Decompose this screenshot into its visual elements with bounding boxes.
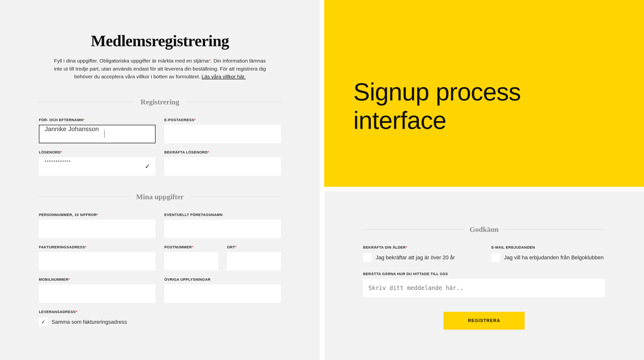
- postal-label: POSTNUMMER*: [164, 245, 218, 249]
- divider-line: [39, 102, 135, 102]
- personnr-label: PERSONNUMMER, 10 SIFFROR*: [39, 213, 156, 217]
- section-title-details: Mina uppgifter: [136, 193, 184, 201]
- approve-panel: Godkänn BEKRÄFTA DIN ÅLDER* Jag bekräfta…: [324, 191, 644, 360]
- mobile-field: MOBILNUMMER*: [39, 277, 156, 303]
- email-offers-label: E-MAIL ERBJUDANDEN: [492, 245, 605, 249]
- billing-label: FAKTURERINGSADRESS*: [39, 245, 156, 249]
- same-as-billing-label: Samma som faktureringsadress: [52, 319, 127, 325]
- email-offers-field: E-MAIL ERBJUDANDEN Jag vill ha erbjudand…: [492, 245, 605, 262]
- password-input[interactable]: ************: [39, 157, 156, 176]
- email-input[interactable]: [164, 125, 281, 143]
- password-field: LÖSENORD* ************ ✓: [39, 150, 156, 176]
- age-field: BEKRÄFTA DIN ÅLDER* Jag bekräftar att ja…: [363, 245, 477, 262]
- city-field: ORT*: [227, 245, 281, 270]
- company-label: EVENTUELLT FÖRETAGSNAMN: [164, 213, 281, 217]
- divider-line: [504, 229, 605, 230]
- divider-line: [39, 197, 130, 197]
- billing-input[interactable]: [39, 252, 156, 270]
- howfound-label: BERÄTTA GÄRNA HUR DU HITTADE TILL OSS: [363, 272, 605, 276]
- section-divider-details: Mina uppgifter: [39, 193, 281, 201]
- postal-input[interactable]: [164, 252, 218, 270]
- name-input[interactable]: Jannike Johansson: [39, 125, 156, 143]
- other-label: ÖVRIGA UPPLYSNINGAR: [164, 277, 281, 281]
- password-label: LÖSENORD*: [39, 150, 156, 154]
- hero-heading: Signup process interface: [353, 78, 615, 135]
- terms-link[interactable]: Läs våra villkor här.: [202, 74, 246, 79]
- postal-field: POSTNUMMER*: [164, 245, 218, 270]
- section-divider-approve: Godkänn: [363, 225, 605, 233]
- delivery-field: LEVERANSADRESS* ✓ Samma som fakturerings…: [39, 310, 156, 326]
- mobile-input[interactable]: [39, 284, 156, 303]
- age-label: BEKRÄFTA DIN ÅLDER*: [363, 245, 477, 249]
- personnr-field: PERSONNUMMER, 10 SIFFROR*: [39, 213, 156, 238]
- name-label: FÖR- OCH EFTERNAMN*: [39, 118, 156, 122]
- email-offers-checkbox-label: Jag vill ha erbjudanden från Belgoklubbe…: [504, 254, 604, 261]
- section-divider-registration: Registrering: [39, 98, 281, 106]
- divider-line: [185, 102, 281, 102]
- section-title-registration: Registrering: [140, 98, 179, 106]
- email-offers-checkbox[interactable]: [492, 253, 500, 262]
- mobile-label: MOBILNUMMER*: [39, 277, 156, 281]
- page-title: Medlemsregistrering: [39, 32, 281, 50]
- age-checkbox[interactable]: [363, 253, 372, 262]
- howfound-textarea[interactable]: [363, 279, 605, 297]
- register-button[interactable]: REGISTRERA: [444, 312, 524, 329]
- required-star-icon: *: [209, 58, 211, 64]
- intro-text: Fyll i dina uppgifter. Obligatoriska upp…: [53, 57, 267, 81]
- confirm-password-field: BEKRÄFTA LÖSENORD*: [164, 150, 281, 176]
- name-field: FÖR- OCH EFTERNAMN* Jannike Johansson: [39, 118, 156, 143]
- personnr-input[interactable]: [39, 220, 156, 238]
- section-title-approve: Godkänn: [470, 225, 499, 233]
- confirm-password-label: BEKRÄFTA LÖSENORD*: [164, 150, 281, 154]
- company-field: EVENTUELLT FÖRETAGSNAMN: [164, 213, 281, 238]
- check-icon: ✓: [145, 162, 150, 170]
- divider-line: [190, 197, 281, 197]
- howfound-field: BERÄTTA GÄRNA HUR DU HITTADE TILL OSS: [363, 272, 605, 297]
- same-as-billing-checkbox[interactable]: ✓: [39, 318, 48, 326]
- city-label: ORT*: [227, 245, 281, 249]
- age-checkbox-label: Jag bekräftar att jag är över 20 år: [376, 254, 455, 261]
- delivery-label: LEVERANSADRESS*: [39, 310, 156, 314]
- hero-panel: Signup process interface: [324, 0, 644, 187]
- intro-part1: Fyll i dina uppgifter. Obligatoriska upp…: [54, 58, 209, 64]
- email-label: E-POSTADRESS*: [164, 118, 281, 122]
- other-field: ÖVRIGA UPPLYSNINGAR: [164, 277, 281, 303]
- other-input[interactable]: [164, 284, 281, 303]
- company-input[interactable]: [164, 220, 281, 238]
- city-input[interactable]: [227, 252, 281, 270]
- registration-form-panel: Medlemsregistrering Fyll i dina uppgifte…: [0, 0, 320, 360]
- billing-field: FAKTURERINGSADRESS*: [39, 245, 156, 270]
- email-field: E-POSTADRESS*: [164, 118, 281, 143]
- divider-line: [363, 229, 464, 230]
- confirm-password-input[interactable]: [164, 157, 281, 176]
- text-caret-icon: [104, 130, 104, 138]
